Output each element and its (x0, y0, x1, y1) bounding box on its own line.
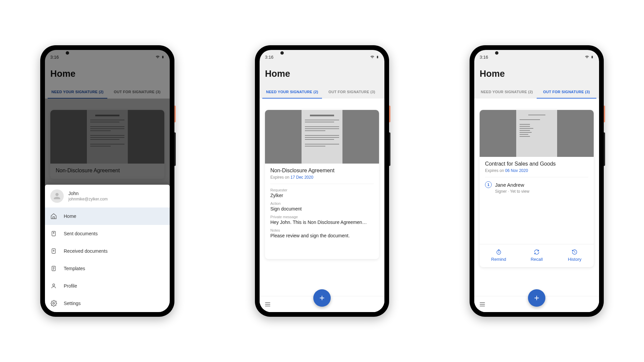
expires-prefix: Expires on (270, 175, 290, 180)
plus-icon (533, 294, 540, 302)
page-title: Home (265, 69, 379, 79)
fab-add-button[interactable] (313, 289, 331, 307)
avatar (50, 189, 64, 203)
notes-value: Please review and sign the document. (270, 233, 374, 238)
navigation-drawer: John johnmike@zylker.com Home Sent docum… (45, 185, 170, 312)
drawer-item-received[interactable]: Received documents (45, 242, 170, 260)
recall-label: Recall (531, 257, 543, 262)
sent-documents-icon (50, 230, 57, 237)
document-thumbnail (265, 110, 379, 164)
profile-icon (50, 283, 57, 289)
drawer-item-label: Settings (64, 301, 81, 306)
volume-button (174, 132, 176, 166)
action-label: Action (270, 201, 374, 205)
home-icon (50, 213, 57, 220)
drawer-item-label: Sent documents (64, 231, 98, 236)
profile-name: John (68, 191, 108, 196)
battery-icon (591, 55, 594, 59)
notes-label: Notes (270, 228, 374, 232)
status-bar: 3:16 (260, 50, 384, 62)
document-thumbnail (480, 110, 594, 157)
expires-text: Expires on 06 Nov 2020 (485, 168, 588, 173)
expires-text: Expires on 17 Dec 2020 (270, 175, 374, 180)
wifi-icon (370, 55, 375, 59)
divider (485, 177, 588, 177)
history-icon (572, 249, 578, 255)
phone-frame-3: 3:16 Home NEED YOUR SIGNATURE (2) OUT FO… (470, 45, 604, 317)
screen-3: 3:16 Home NEED YOUR SIGNATURE (2) OUT FO… (474, 50, 599, 312)
volume-button (604, 132, 605, 166)
status-bar: 3:16 (474, 50, 599, 62)
drawer-item-profile[interactable]: Profile (45, 277, 170, 295)
expires-date: 17 Dec 2020 (290, 175, 313, 180)
divider (270, 184, 374, 184)
drawer-item-label: Home (64, 214, 76, 219)
tabs: NEED YOUR SIGNATURE (2) OUT FOR SIGNATUR… (474, 82, 599, 99)
expires-prefix: Expires on (485, 168, 505, 173)
expires-date: 06 Nov 2020 (505, 168, 528, 173)
templates-icon (50, 265, 57, 272)
drawer-item-home[interactable]: Home (45, 207, 170, 225)
recall-button[interactable]: Recall (518, 244, 555, 267)
private-message-value: Hey John. This is Non Disclosure Agreeme… (270, 220, 374, 225)
power-button (389, 106, 390, 122)
history-button[interactable]: History (556, 244, 594, 267)
wifi-icon (585, 55, 589, 59)
received-documents-icon (50, 248, 57, 254)
screen-1: 3:16 Home NEED YOUR SIGNATURE (2) OUT FO… (45, 50, 170, 312)
document-title: Contract for Sales and Goods (485, 161, 588, 167)
drawer-item-label: Profile (64, 283, 77, 289)
screen-2: 3:16 Home NEED YOUR SIGNATURE (2) OUT FO… (260, 50, 384, 312)
svg-point-3 (53, 284, 55, 286)
phone-frame-1: 3:16 Home NEED YOUR SIGNATURE (2) OUT FO… (40, 45, 174, 317)
power-button (604, 106, 605, 122)
power-button (174, 106, 176, 122)
header: Home (474, 62, 599, 82)
content-area: Non-Disclosure Agreement Expires on 17 D… (260, 99, 384, 312)
drawer-profile[interactable]: John johnmike@zylker.com (45, 185, 170, 207)
private-message-label: Private message (270, 215, 374, 219)
remind-icon (496, 249, 502, 255)
document-card[interactable]: Non-Disclosure Agreement Expires on 17 D… (265, 110, 379, 259)
requester-label: Requester (270, 188, 374, 192)
battery-icon (376, 55, 379, 59)
drawer-item-label: Templates (64, 266, 85, 271)
recipient-meta: Signer · Yet to view (495, 189, 588, 194)
menu-icon[interactable] (479, 301, 486, 308)
gear-icon (50, 300, 57, 307)
profile-email: johnmike@zylker.com (68, 197, 108, 201)
svg-point-4 (53, 303, 55, 304)
drawer-item-label: Received documents (64, 248, 108, 254)
menu-icon[interactable] (264, 301, 271, 308)
person-icon (52, 191, 62, 201)
phone-frame-2: 3:16 Home NEED YOUR SIGNATURE (2) OUT FO… (255, 45, 389, 317)
action-value: Sign document (270, 206, 374, 212)
drawer-item-templates[interactable]: Templates (45, 260, 170, 277)
remind-button[interactable]: Remind (480, 244, 518, 267)
status-time: 3:16 (480, 55, 488, 60)
volume-button (389, 132, 390, 166)
document-title: Non-Disclosure Agreement (270, 168, 374, 174)
drawer-item-sent[interactable]: Sent documents (45, 225, 170, 242)
tab-need-signature[interactable]: NEED YOUR SIGNATURE (2) (262, 86, 322, 99)
history-label: History (568, 257, 581, 262)
requester-value: Zylker (270, 193, 374, 198)
document-card[interactable]: Contract for Sales and Goods Expires on … (480, 110, 594, 267)
header: Home (260, 62, 384, 82)
tab-out-for-signature[interactable]: OUT FOR SIGNATURE (3) (322, 86, 382, 99)
tab-out-for-signature[interactable]: OUT FOR SIGNATURE (3) (537, 86, 596, 99)
fab-add-button[interactable] (528, 289, 545, 307)
card-actions: Remind Recall History (480, 244, 594, 267)
recall-icon (534, 249, 540, 255)
page-title: Home (480, 69, 594, 79)
remind-label: Remind (491, 257, 506, 262)
plus-icon (318, 294, 326, 302)
content-area: Contract for Sales and Goods Expires on … (474, 99, 599, 312)
recipient-row: 1 Jane Andrew (485, 181, 588, 188)
recipient-order-badge: 1 (485, 181, 492, 188)
tabs: NEED YOUR SIGNATURE (2) OUT FOR SIGNATUR… (260, 82, 384, 99)
tab-need-signature[interactable]: NEED YOUR SIGNATURE (2) (477, 86, 537, 99)
recipient-name: Jane Andrew (495, 182, 524, 188)
status-time: 3:16 (265, 55, 273, 60)
drawer-item-settings[interactable]: Settings (45, 295, 170, 312)
